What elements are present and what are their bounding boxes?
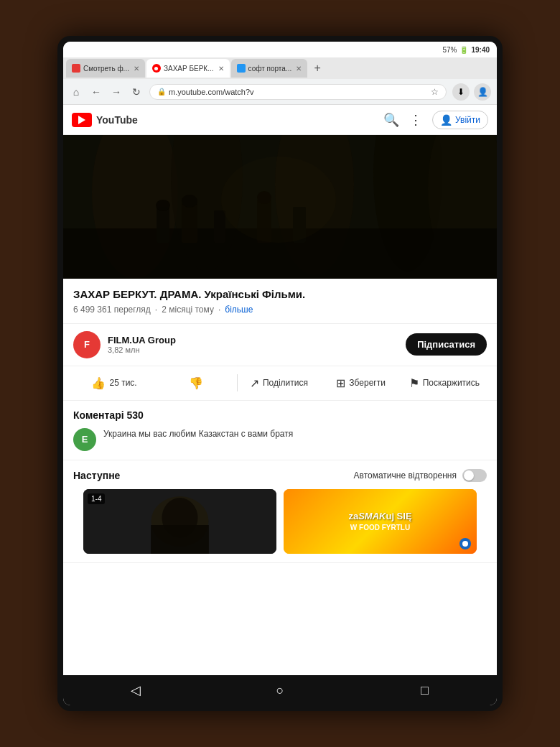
user-account-button[interactable]: 👤 xyxy=(474,83,491,101)
battery-percent: 57% xyxy=(442,46,457,54)
channel-subs: 3,82 млн xyxy=(108,345,176,354)
channel-info: FILM.UA Group 3,82 млн xyxy=(108,335,176,354)
video-scene xyxy=(63,135,497,279)
svg-point-10 xyxy=(182,195,197,208)
youtube-logo: YouTube xyxy=(72,113,138,127)
svg-rect-7 xyxy=(157,207,169,243)
tab3-favicon xyxy=(237,64,246,73)
android-nav-bar: ◁ ○ □ xyxy=(63,675,497,705)
comment-avatar-letter: Е xyxy=(82,434,88,445)
share-label: Поділитися xyxy=(263,378,308,388)
report-icon: ⚑ xyxy=(409,376,419,390)
more-link[interactable]: більше xyxy=(225,305,253,315)
dislike-button[interactable]: 👎 xyxy=(155,374,237,393)
autoplay-toggle[interactable] xyxy=(462,469,487,482)
lock-icon: 🔒 xyxy=(157,88,166,96)
view-count: 6 499 361 перегляд xyxy=(73,305,151,315)
svg-rect-19 xyxy=(151,525,209,554)
status-bar: 57% 🔋 19:40 xyxy=(63,42,497,57)
add-tab-button[interactable]: + xyxy=(309,60,326,77)
separator: · xyxy=(155,305,157,315)
home-nav-button[interactable]: ⌂ xyxy=(69,86,83,98)
video-title: ЗАХАР БЕРКУТ. ДРАМА. Українські Фільми. xyxy=(73,287,487,302)
video-meta: 6 499 361 перегляд · 2 місяці тому · біл… xyxy=(73,305,487,315)
tab1-label: Смотреть ф... xyxy=(83,65,129,73)
ad-logo xyxy=(459,538,471,549)
subscribe-button[interactable]: Підписатися xyxy=(406,333,487,356)
comment-avatar: Е xyxy=(73,428,96,451)
svg-rect-11 xyxy=(214,210,225,243)
like-icon: 👍 xyxy=(91,376,106,390)
download-button[interactable]: ⬇ xyxy=(452,83,470,101)
tab3-close[interactable]: ✕ xyxy=(296,65,302,73)
android-recents-button[interactable]: □ xyxy=(410,683,439,698)
channel-avatar-letter: F xyxy=(84,339,90,350)
youtube-header-actions: 🔍 ⋮ 👤 Увійти xyxy=(383,111,488,129)
android-home-button[interactable]: ○ xyxy=(266,683,294,698)
ad-text-line1: zaSMAKuj SIĘ xyxy=(348,511,411,522)
next-header: Наступне Автоматичне відтворення xyxy=(73,469,487,482)
toggle-thumb xyxy=(464,470,474,481)
tab3-label: софт порта... xyxy=(248,65,292,73)
youtube-header: YouTube 🔍 ⋮ 👤 Увійти xyxy=(63,105,497,135)
forward-nav-button[interactable]: → xyxy=(109,86,123,98)
channel-row: F FILM.UA Group 3,82 млн Підписатися xyxy=(63,324,497,366)
refresh-nav-button[interactable]: ↻ xyxy=(129,86,144,98)
tab2-close[interactable]: ✕ xyxy=(218,65,224,73)
channel-name[interactable]: FILM.UA Group xyxy=(108,335,176,345)
url-text: m.youtube.com/watch?v xyxy=(169,88,254,96)
report-button[interactable]: ⚑ Поскаржитись xyxy=(402,374,487,393)
like-button[interactable]: 👍 25 тис. xyxy=(73,374,155,393)
tab-1[interactable]: Смотреть ф... ✕ xyxy=(66,59,145,78)
share-icon: ↗ xyxy=(250,376,259,390)
url-field[interactable]: 🔒 m.youtube.com/watch?v ☆ xyxy=(149,84,447,100)
time-ago: 2 місяці тому xyxy=(162,305,214,315)
thumb2-image: zaSMAKuj SIĘ W FOOD FYRTLU xyxy=(284,489,477,554)
back-nav-button[interactable]: ← xyxy=(89,86,103,98)
comments-section: Коментарі 530 Е Украина мы вас любим Каз… xyxy=(63,401,497,460)
signin-label: Увійти xyxy=(455,115,480,125)
signin-avatar-icon: 👤 xyxy=(440,114,452,126)
svg-point-15 xyxy=(221,157,336,243)
time-display: 19:40 xyxy=(471,46,490,54)
channel-avatar: F xyxy=(73,331,101,358)
thumbnail-1[interactable]: 1-4 xyxy=(83,489,276,554)
thumb1-svg xyxy=(83,489,276,554)
youtube-play-icon xyxy=(78,116,85,124)
next-title: Наступне xyxy=(73,470,120,481)
search-icon[interactable]: 🔍 xyxy=(383,112,399,128)
tab2-label: ЗАХАР БЕРК... xyxy=(164,65,214,73)
scene-svg xyxy=(63,135,497,279)
more-options-icon[interactable]: ⋮ xyxy=(409,112,422,128)
tab2-favicon xyxy=(152,64,161,73)
comment-text: Украина мы вас любим Казакстан с вами бр… xyxy=(103,428,293,440)
browser-actions: ⬇ 👤 xyxy=(452,83,491,101)
status-icons: 57% 🔋 19:40 xyxy=(442,46,490,54)
tab1-favicon xyxy=(72,64,80,73)
comment-row: Е Украина мы вас любим Казакстан с вами … xyxy=(73,428,487,451)
tab-3[interactable]: софт порта... ✕ xyxy=(231,59,308,78)
tab1-close[interactable]: ✕ xyxy=(134,65,139,73)
actions-row: 👍 25 тис. 👎 ↗ Поділитися ⊞ Зберегти ⚑ xyxy=(63,366,497,401)
svg-point-8 xyxy=(156,200,170,211)
android-back-button[interactable]: ◁ xyxy=(121,682,150,698)
thumbnail-2[interactable]: zaSMAKuj SIĘ W FOOD FYRTLU xyxy=(284,489,477,554)
youtube-logo-icon xyxy=(72,113,92,127)
tab-2[interactable]: ЗАХАР БЕРК... ✕ xyxy=(146,59,230,78)
save-label: Зберегти xyxy=(349,378,386,388)
browser-tabs: Смотреть ф... ✕ ЗАХАР БЕРК... ✕ софт пор… xyxy=(63,57,497,79)
dislike-icon: 👎 xyxy=(189,376,203,390)
next-section: Наступне Автоматичне відтворення xyxy=(63,460,497,563)
like-count: 25 тис. xyxy=(109,378,136,388)
signin-button[interactable]: 👤 Увійти xyxy=(432,111,488,129)
bookmark-icon[interactable]: ☆ xyxy=(431,87,439,97)
video-player[interactable] xyxy=(63,135,497,279)
report-label: Поскаржитись xyxy=(423,378,480,388)
thumbnails-row: 1-4 zaSMAKuj SIĘ W FOOD FYRTLU xyxy=(73,489,487,554)
share-button[interactable]: ↗ Поділитися xyxy=(238,374,319,393)
comments-title[interactable]: Коментарі 530 xyxy=(73,409,487,421)
separator2: · xyxy=(218,305,220,315)
address-bar: ⌂ ← → ↻ 🔒 m.youtube.com/watch?v ☆ ⬇ 👤 xyxy=(63,79,497,105)
tablet-frame: 57% 🔋 19:40 Смотреть ф... ✕ ЗАХАР БЕРК..… xyxy=(57,36,503,711)
save-button[interactable]: ⊞ Зберегти xyxy=(320,374,402,393)
